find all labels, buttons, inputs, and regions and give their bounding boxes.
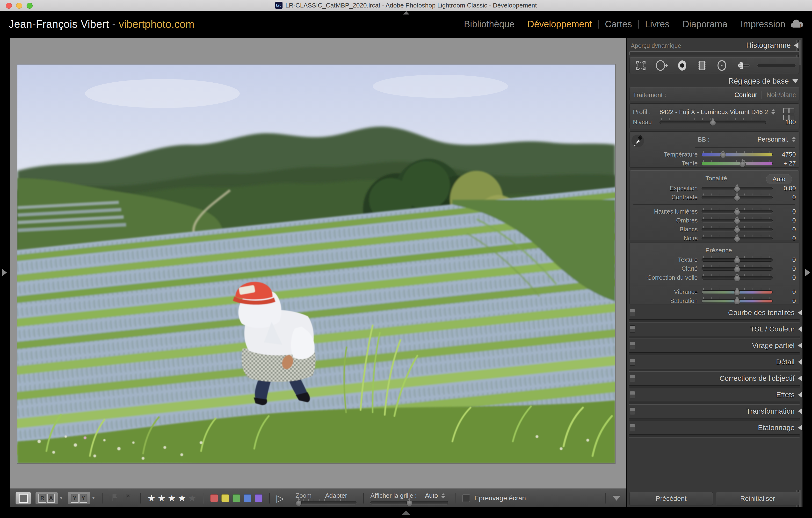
panel-toggle[interactable]	[630, 342, 635, 349]
color-label-yellow[interactable]	[221, 494, 229, 502]
slider-thumb[interactable]	[734, 287, 740, 296]
clarity-slider[interactable]	[701, 267, 773, 271]
star-icon[interactable]: ★	[157, 494, 166, 503]
star-icon[interactable]: ★	[147, 494, 156, 503]
chevron-down-icon[interactable]: ▼	[91, 495, 96, 500]
panel-calibration[interactable]: Etalonnage	[627, 421, 802, 434]
loupe-view-button[interactable]	[16, 492, 31, 505]
collapse-left-icon[interactable]	[798, 375, 802, 382]
whites-value[interactable]: 0	[773, 226, 796, 233]
vibrance-value[interactable]: 0	[773, 288, 796, 296]
color-label-red[interactable]	[210, 494, 218, 502]
histogram-collapsed[interactable]	[629, 51, 800, 55]
zoom-slider[interactable]	[295, 501, 356, 504]
survey-view-button[interactable]: YY	[68, 492, 90, 505]
blacks-slider[interactable]	[701, 237, 773, 240]
soft-proof-label[interactable]: Epreuvage écran	[474, 494, 526, 502]
slider-thumb[interactable]	[734, 207, 740, 215]
slider-thumb[interactable]	[720, 150, 726, 158]
clarity-value[interactable]: 0	[773, 265, 796, 273]
dehaze-slider[interactable]	[701, 276, 773, 279]
exposure-value[interactable]: 0,00	[773, 185, 796, 192]
basic-panel-header[interactable]: Réglages de base	[728, 77, 799, 86]
slider-thumb[interactable]	[740, 159, 746, 167]
dehaze-value[interactable]: 0	[773, 274, 796, 281]
filmstrip-reveal-icon[interactable]	[402, 511, 410, 515]
panel-split-toning[interactable]: Virage partiel	[627, 339, 802, 352]
collapse-left-icon[interactable]	[798, 392, 802, 398]
panel-toggle[interactable]	[630, 358, 635, 366]
panel-detail[interactable]: Détail	[627, 356, 802, 368]
slider-thumb[interactable]	[734, 264, 740, 272]
module-book[interactable]: Livres	[645, 19, 669, 29]
amount-slider[interactable]	[660, 121, 766, 124]
grid-slider-thumb[interactable]	[406, 498, 412, 506]
blacks-value[interactable]: 0	[773, 235, 796, 242]
crop-tool-icon[interactable]	[633, 59, 648, 72]
saturation-value[interactable]: 0	[773, 297, 796, 305]
zoom-slider-thumb[interactable]	[295, 498, 302, 506]
panel-effects[interactable]: Effets	[627, 389, 802, 401]
texture-value[interactable]: 0	[773, 256, 796, 264]
minimize-button[interactable]	[16, 3, 22, 9]
slider-thumb[interactable]	[710, 117, 716, 126]
slider-thumb[interactable]	[734, 216, 740, 224]
flag-reject-icon[interactable]	[124, 492, 134, 504]
top-panel-collapse-icon[interactable]	[403, 11, 409, 14]
slider-thumb[interactable]	[734, 184, 740, 192]
left-panel-reveal-icon[interactable]	[2, 269, 7, 276]
sync-status-cloud-icon[interactable]: !	[790, 18, 804, 30]
panel-toggle[interactable]	[630, 309, 635, 316]
slider-thumb[interactable]	[734, 192, 740, 201]
module-map[interactable]: Cartes	[605, 19, 632, 29]
profile-select[interactable]: 8422 - Fuji X - Lumineux Vibrant D46 2	[660, 108, 775, 116]
panel-toggle[interactable]	[630, 326, 635, 333]
slider-thumb[interactable]	[734, 225, 740, 233]
color-label-blue[interactable]	[243, 494, 251, 502]
shadows-slider[interactable]	[701, 219, 773, 222]
play-icon[interactable]: ▷	[277, 493, 284, 503]
panel-transform[interactable]: Transformation	[627, 405, 802, 418]
module-develop[interactable]: Développement	[527, 19, 592, 29]
collapse-left-icon[interactable]	[794, 42, 799, 49]
panel-hsl-color[interactable]: TSL / Couleur	[627, 323, 802, 335]
graduated-filter-tool-icon[interactable]	[695, 59, 709, 72]
highlights-slider[interactable]	[701, 210, 773, 213]
histogram-header[interactable]: Aperçu dynamique Histogramme	[631, 41, 799, 50]
slider-thumb[interactable]	[734, 296, 740, 304]
slider-thumb[interactable]	[734, 255, 740, 263]
grid-mode-select[interactable]: Auto	[425, 492, 445, 499]
grid-size-slider[interactable]	[371, 501, 448, 504]
collapse-left-icon[interactable]	[798, 326, 802, 332]
panel-toggle[interactable]	[630, 424, 635, 431]
chevron-down-icon[interactable]: ▼	[59, 495, 63, 500]
soft-proof-checkbox[interactable]	[462, 494, 470, 502]
module-slideshow[interactable]: Diaporama	[683, 19, 727, 29]
zoom-window-button[interactable]	[27, 3, 33, 9]
treatment-color-option[interactable]: Couleur	[734, 91, 757, 99]
tint-slider[interactable]	[701, 162, 773, 165]
slider-thumb[interactable]	[734, 273, 740, 281]
saturation-slider[interactable]	[701, 299, 773, 303]
contrast-value[interactable]: 0	[773, 193, 796, 201]
red-eye-tool-icon[interactable]	[675, 59, 689, 72]
tint-value[interactable]: + 27	[773, 160, 796, 167]
adjustment-brush-tool-icon[interactable]	[735, 59, 751, 72]
temperature-slider[interactable]	[701, 153, 773, 156]
vibrance-slider[interactable]	[701, 291, 773, 294]
slider-thumb[interactable]	[734, 234, 740, 242]
color-label-purple[interactable]	[255, 494, 262, 502]
photo-canvas[interactable]	[18, 64, 615, 463]
collapse-left-icon[interactable]	[798, 359, 802, 365]
reset-button[interactable]: Réinitialiser	[716, 492, 800, 506]
temperature-value[interactable]: 4750	[773, 151, 796, 158]
collapse-left-icon[interactable]	[798, 309, 802, 316]
texture-slider[interactable]	[701, 258, 773, 262]
wb-select[interactable]: Personnal.	[709, 136, 796, 143]
exposure-slider[interactable]	[701, 187, 773, 190]
toolbar-options-icon[interactable]	[612, 496, 620, 500]
spot-removal-tool-icon[interactable]	[655, 59, 669, 72]
profile-browser-icon[interactable]	[783, 108, 793, 120]
previous-button[interactable]: Précédent	[629, 492, 713, 506]
star-icon[interactable]: ★	[188, 494, 196, 503]
